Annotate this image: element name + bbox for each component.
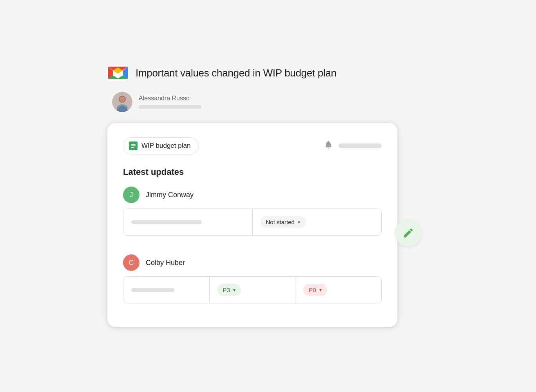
update-item-colby: C Colby Huber P3 ▾ P0 ▾ <box>123 254 382 303</box>
user-name-jimmy: Jimmy Conway <box>146 191 194 199</box>
svg-point-5 <box>121 100 124 101</box>
svg-rect-8 <box>131 145 136 146</box>
card-header: WIP budget plan <box>123 137 382 154</box>
bell-icon <box>324 140 333 152</box>
svg-rect-7 <box>131 144 136 145</box>
data-cell-colby-1 <box>123 277 210 303</box>
sender-info: Alessandra Russo <box>139 95 201 109</box>
chevron-down-p0-icon: ▾ <box>319 287 322 293</box>
data-cell-jimmy-1 <box>123 209 253 235</box>
update-item-jimmy: J Jimmy Conway Not started ▾ <box>123 187 382 236</box>
status-badge-not-started[interactable]: Not started ▾ <box>261 216 306 228</box>
data-cell-colby-2: P3 ▾ <box>210 277 296 303</box>
gmail-logo <box>107 65 129 81</box>
data-row-jimmy: Not started ▾ <box>123 209 382 236</box>
chevron-down-icon: ▾ <box>298 220 300 225</box>
sheets-icon <box>129 142 138 150</box>
chevron-down-p3-icon: ▾ <box>233 287 235 293</box>
status-badge-p3[interactable]: P3 ▾ <box>217 284 241 296</box>
avatar-colby: C <box>123 254 139 271</box>
user-row-colby: C Colby Huber <box>123 254 382 271</box>
sender-avatar <box>112 92 132 112</box>
email-subject: Important values changed in WIP budget p… <box>136 67 337 79</box>
file-name: WIP budget plan <box>141 142 190 150</box>
section-gap <box>123 243 382 254</box>
data-row-colby: P3 ▾ P0 ▾ <box>123 276 382 303</box>
file-pill[interactable]: WIP budget plan <box>123 137 199 154</box>
sender-row: Alessandra Russo <box>107 92 201 123</box>
user-name-colby: Colby Huber <box>146 259 185 267</box>
notification-bar <box>339 143 382 148</box>
cell-bar-jimmy-1 <box>131 220 202 224</box>
sender-name: Alessandra Russo <box>139 95 201 102</box>
notification-area <box>324 140 382 152</box>
section-title: Latest updates <box>123 167 382 177</box>
edit-fab[interactable] <box>395 220 422 246</box>
notification-card: WIP budget plan Latest updates J Jimmy <box>107 123 397 327</box>
email-header: Important values changed in WIP budget p… <box>107 65 337 92</box>
status-badge-p0[interactable]: P0 ▾ <box>303 284 327 296</box>
cell-bar-colby-1 <box>131 288 174 292</box>
svg-rect-9 <box>131 147 134 148</box>
avatar-jimmy: J <box>123 187 139 203</box>
user-row-jimmy: J Jimmy Conway <box>123 187 382 203</box>
email-container: Important values changed in WIP budget p… <box>107 65 429 327</box>
sender-email-bar <box>139 105 201 109</box>
data-cell-colby-3: P0 ▾ <box>295 277 381 303</box>
data-cell-jimmy-2: Not started ▾ <box>253 209 382 235</box>
